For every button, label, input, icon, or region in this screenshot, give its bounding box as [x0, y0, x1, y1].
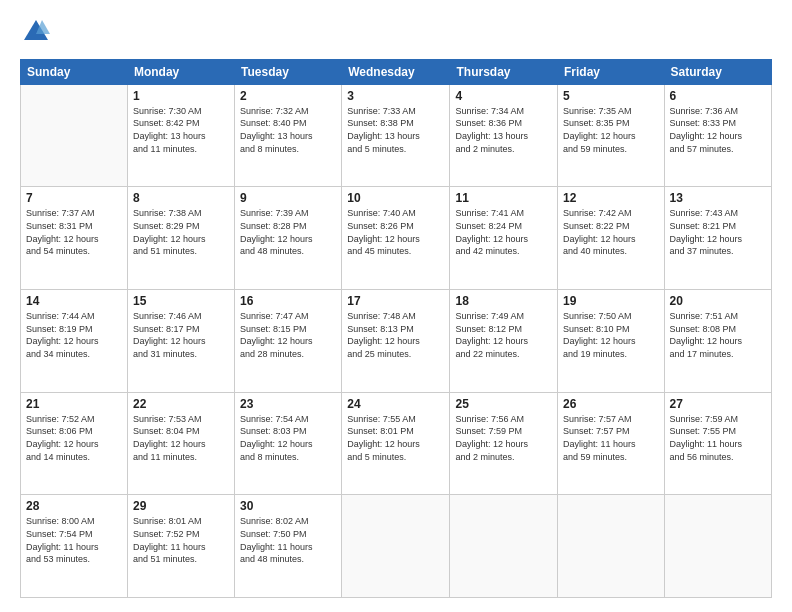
- weekday-header-friday: Friday: [558, 59, 665, 84]
- day-number: 10: [347, 191, 444, 205]
- day-number: 8: [133, 191, 229, 205]
- day-number: 18: [455, 294, 552, 308]
- day-number: 17: [347, 294, 444, 308]
- weekday-header-tuesday: Tuesday: [235, 59, 342, 84]
- weekday-header-monday: Monday: [127, 59, 234, 84]
- day-number: 9: [240, 191, 336, 205]
- calendar-cell: 23Sunrise: 7:54 AM Sunset: 8:03 PM Dayli…: [235, 392, 342, 495]
- calendar-cell: 30Sunrise: 8:02 AM Sunset: 7:50 PM Dayli…: [235, 495, 342, 598]
- cell-info: Sunrise: 7:43 AM Sunset: 8:21 PM Dayligh…: [670, 207, 766, 257]
- day-number: 6: [670, 89, 766, 103]
- day-number: 26: [563, 397, 659, 411]
- weekday-header-thursday: Thursday: [450, 59, 558, 84]
- calendar-cell: 25Sunrise: 7:56 AM Sunset: 7:59 PM Dayli…: [450, 392, 558, 495]
- calendar-cell: 5Sunrise: 7:35 AM Sunset: 8:35 PM Daylig…: [558, 84, 665, 187]
- weekday-header-sunday: Sunday: [21, 59, 128, 84]
- cell-info: Sunrise: 7:38 AM Sunset: 8:29 PM Dayligh…: [133, 207, 229, 257]
- cell-info: Sunrise: 7:34 AM Sunset: 8:36 PM Dayligh…: [455, 105, 552, 155]
- cell-info: Sunrise: 7:40 AM Sunset: 8:26 PM Dayligh…: [347, 207, 444, 257]
- day-number: 2: [240, 89, 336, 103]
- calendar-cell: 2Sunrise: 7:32 AM Sunset: 8:40 PM Daylig…: [235, 84, 342, 187]
- logo: [20, 18, 50, 51]
- day-number: 23: [240, 397, 336, 411]
- cell-info: Sunrise: 7:51 AM Sunset: 8:08 PM Dayligh…: [670, 310, 766, 360]
- cell-info: Sunrise: 7:59 AM Sunset: 7:55 PM Dayligh…: [670, 413, 766, 463]
- calendar-cell: 26Sunrise: 7:57 AM Sunset: 7:57 PM Dayli…: [558, 392, 665, 495]
- cell-info: Sunrise: 7:55 AM Sunset: 8:01 PM Dayligh…: [347, 413, 444, 463]
- week-row-1: 7Sunrise: 7:37 AM Sunset: 8:31 PM Daylig…: [21, 187, 772, 290]
- calendar-cell: 13Sunrise: 7:43 AM Sunset: 8:21 PM Dayli…: [664, 187, 771, 290]
- calendar-cell: 28Sunrise: 8:00 AM Sunset: 7:54 PM Dayli…: [21, 495, 128, 598]
- cell-info: Sunrise: 7:54 AM Sunset: 8:03 PM Dayligh…: [240, 413, 336, 463]
- cell-info: Sunrise: 7:50 AM Sunset: 8:10 PM Dayligh…: [563, 310, 659, 360]
- calendar-cell: 14Sunrise: 7:44 AM Sunset: 8:19 PM Dayli…: [21, 290, 128, 393]
- cell-info: Sunrise: 7:30 AM Sunset: 8:42 PM Dayligh…: [133, 105, 229, 155]
- calendar-table: SundayMondayTuesdayWednesdayThursdayFrid…: [20, 59, 772, 598]
- day-number: 20: [670, 294, 766, 308]
- cell-info: Sunrise: 7:44 AM Sunset: 8:19 PM Dayligh…: [26, 310, 122, 360]
- cell-info: Sunrise: 7:39 AM Sunset: 8:28 PM Dayligh…: [240, 207, 336, 257]
- week-row-2: 14Sunrise: 7:44 AM Sunset: 8:19 PM Dayli…: [21, 290, 772, 393]
- day-number: 13: [670, 191, 766, 205]
- day-number: 4: [455, 89, 552, 103]
- day-number: 28: [26, 499, 122, 513]
- day-number: 29: [133, 499, 229, 513]
- calendar-cell: 11Sunrise: 7:41 AM Sunset: 8:24 PM Dayli…: [450, 187, 558, 290]
- weekday-header-row: SundayMondayTuesdayWednesdayThursdayFrid…: [21, 59, 772, 84]
- calendar-cell: 24Sunrise: 7:55 AM Sunset: 8:01 PM Dayli…: [342, 392, 450, 495]
- calendar-cell: [450, 495, 558, 598]
- weekday-header-wednesday: Wednesday: [342, 59, 450, 84]
- day-number: 12: [563, 191, 659, 205]
- day-number: 25: [455, 397, 552, 411]
- day-number: 19: [563, 294, 659, 308]
- day-number: 11: [455, 191, 552, 205]
- calendar-cell: [664, 495, 771, 598]
- calendar-cell: 3Sunrise: 7:33 AM Sunset: 8:38 PM Daylig…: [342, 84, 450, 187]
- day-number: 14: [26, 294, 122, 308]
- page: SundayMondayTuesdayWednesdayThursdayFrid…: [0, 0, 792, 612]
- calendar-cell: 17Sunrise: 7:48 AM Sunset: 8:13 PM Dayli…: [342, 290, 450, 393]
- calendar-cell: 15Sunrise: 7:46 AM Sunset: 8:17 PM Dayli…: [127, 290, 234, 393]
- header: [20, 18, 772, 51]
- cell-info: Sunrise: 7:49 AM Sunset: 8:12 PM Dayligh…: [455, 310, 552, 360]
- cell-info: Sunrise: 7:32 AM Sunset: 8:40 PM Dayligh…: [240, 105, 336, 155]
- cell-info: Sunrise: 8:00 AM Sunset: 7:54 PM Dayligh…: [26, 515, 122, 565]
- cell-info: Sunrise: 7:33 AM Sunset: 8:38 PM Dayligh…: [347, 105, 444, 155]
- cell-info: Sunrise: 7:42 AM Sunset: 8:22 PM Dayligh…: [563, 207, 659, 257]
- weekday-header-saturday: Saturday: [664, 59, 771, 84]
- cell-info: Sunrise: 7:37 AM Sunset: 8:31 PM Dayligh…: [26, 207, 122, 257]
- cell-info: Sunrise: 7:48 AM Sunset: 8:13 PM Dayligh…: [347, 310, 444, 360]
- cell-info: Sunrise: 8:02 AM Sunset: 7:50 PM Dayligh…: [240, 515, 336, 565]
- day-number: 24: [347, 397, 444, 411]
- calendar-cell: 9Sunrise: 7:39 AM Sunset: 8:28 PM Daylig…: [235, 187, 342, 290]
- cell-info: Sunrise: 7:35 AM Sunset: 8:35 PM Dayligh…: [563, 105, 659, 155]
- day-number: 7: [26, 191, 122, 205]
- day-number: 15: [133, 294, 229, 308]
- calendar-cell: 19Sunrise: 7:50 AM Sunset: 8:10 PM Dayli…: [558, 290, 665, 393]
- cell-info: Sunrise: 7:53 AM Sunset: 8:04 PM Dayligh…: [133, 413, 229, 463]
- cell-info: Sunrise: 7:56 AM Sunset: 7:59 PM Dayligh…: [455, 413, 552, 463]
- cell-info: Sunrise: 7:36 AM Sunset: 8:33 PM Dayligh…: [670, 105, 766, 155]
- day-number: 22: [133, 397, 229, 411]
- calendar-cell: 8Sunrise: 7:38 AM Sunset: 8:29 PM Daylig…: [127, 187, 234, 290]
- week-row-4: 28Sunrise: 8:00 AM Sunset: 7:54 PM Dayli…: [21, 495, 772, 598]
- calendar-cell: 27Sunrise: 7:59 AM Sunset: 7:55 PM Dayli…: [664, 392, 771, 495]
- calendar-cell: 20Sunrise: 7:51 AM Sunset: 8:08 PM Dayli…: [664, 290, 771, 393]
- calendar-cell: 1Sunrise: 7:30 AM Sunset: 8:42 PM Daylig…: [127, 84, 234, 187]
- cell-info: Sunrise: 7:46 AM Sunset: 8:17 PM Dayligh…: [133, 310, 229, 360]
- cell-info: Sunrise: 7:52 AM Sunset: 8:06 PM Dayligh…: [26, 413, 122, 463]
- day-number: 30: [240, 499, 336, 513]
- calendar-cell: 16Sunrise: 7:47 AM Sunset: 8:15 PM Dayli…: [235, 290, 342, 393]
- calendar-cell: 7Sunrise: 7:37 AM Sunset: 8:31 PM Daylig…: [21, 187, 128, 290]
- calendar-cell: 21Sunrise: 7:52 AM Sunset: 8:06 PM Dayli…: [21, 392, 128, 495]
- calendar-cell: 12Sunrise: 7:42 AM Sunset: 8:22 PM Dayli…: [558, 187, 665, 290]
- day-number: 27: [670, 397, 766, 411]
- cell-info: Sunrise: 8:01 AM Sunset: 7:52 PM Dayligh…: [133, 515, 229, 565]
- week-row-0: 1Sunrise: 7:30 AM Sunset: 8:42 PM Daylig…: [21, 84, 772, 187]
- calendar-cell: [342, 495, 450, 598]
- day-number: 16: [240, 294, 336, 308]
- cell-info: Sunrise: 7:47 AM Sunset: 8:15 PM Dayligh…: [240, 310, 336, 360]
- day-number: 1: [133, 89, 229, 103]
- cell-info: Sunrise: 7:41 AM Sunset: 8:24 PM Dayligh…: [455, 207, 552, 257]
- calendar-cell: [558, 495, 665, 598]
